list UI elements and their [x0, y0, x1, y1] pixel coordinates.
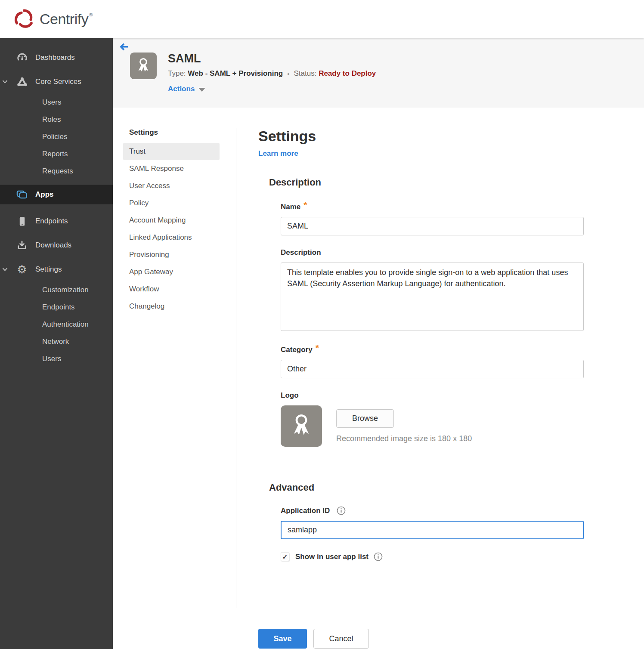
subnav-item-provisioning[interactable]: Provisioning [123, 246, 220, 263]
sidebar-item-endpoints[interactable]: Endpoints [0, 209, 113, 233]
gear-icon: ⚙ [15, 264, 28, 275]
sidebar-item-label: Settings [35, 265, 62, 274]
logo-label: Logo [281, 391, 299, 399]
chevron-expanded-icon[interactable] [2, 80, 8, 84]
learn-more-link[interactable]: Learn more [258, 149, 298, 158]
application-id-label: Application ID [281, 507, 330, 515]
subnav-item-linked-applications[interactable]: Linked Applications [123, 229, 220, 246]
subnav-item-account-mapping[interactable]: Account Mapping [123, 212, 220, 229]
centrify-swirl-icon [13, 8, 35, 30]
actions-label: Actions [168, 85, 195, 93]
name-input[interactable] [281, 217, 584, 235]
name-label: Name [281, 203, 300, 211]
sidebar-item-endpoints-settings[interactable]: Endpoints [0, 299, 113, 316]
sidebar: Dashboards Core Services Users Roles Pol… [0, 38, 113, 649]
sidebar-item-users-settings[interactable]: Users [0, 350, 113, 368]
sidebar-item-network[interactable]: Network [0, 333, 113, 350]
sidebar-item-requests[interactable]: Requests [0, 163, 113, 180]
subnav-item-workflow[interactable]: Workflow [123, 281, 220, 298]
sidebar-item-customization[interactable]: Customization [0, 281, 113, 299]
status-label: Status: [294, 69, 316, 78]
subnav-header: Settings [123, 128, 236, 137]
sidebar-item-users[interactable]: Users [0, 94, 113, 111]
sidebar-item-apps[interactable]: Apps [0, 185, 113, 204]
status-badge: Ready to Deploy [319, 69, 376, 78]
sidebar-item-core-services[interactable]: Core Services [0, 70, 113, 94]
show-in-app-list-label: Show in user app list [295, 553, 368, 561]
sidebar-item-dashboards[interactable]: Dashboards [0, 46, 113, 70]
category-field-group: Category* [281, 344, 584, 378]
top-bar: Centrify ® [0, 0, 644, 38]
gauge-icon [15, 52, 28, 64]
apps-icon [15, 189, 28, 201]
form-footer: Save Cancel [258, 629, 584, 649]
type-value: Web - SAML + Provisioning [188, 69, 283, 78]
logo-preview [281, 405, 322, 447]
description-label: Description [281, 248, 321, 257]
required-asterisk: * [303, 200, 307, 210]
back-arrow-icon[interactable] [119, 42, 129, 52]
sidebar-item-authentication[interactable]: Authentication [0, 316, 113, 333]
device-icon [15, 216, 28, 227]
caret-down-icon [198, 88, 205, 92]
app-logo-badge [130, 53, 157, 79]
main-area: SAML Type: Web - SAML + Provisioning • S… [113, 38, 644, 649]
browse-button[interactable]: Browse [336, 409, 394, 428]
name-field-group: Name* [281, 201, 584, 235]
description-textarea[interactable]: This template enables you to provide sin… [281, 263, 584, 331]
logo-field-group: Logo Browse Recomme [281, 391, 584, 447]
application-id-input[interactable] [281, 521, 584, 539]
required-asterisk: * [316, 343, 319, 352]
cancel-button[interactable]: Cancel [313, 629, 369, 649]
download-icon [15, 240, 28, 251]
subnav-item-changelog[interactable]: Changelog [123, 298, 220, 315]
subnav-item-policy[interactable]: Policy [123, 195, 220, 212]
subnav-item-app-gateway[interactable]: App Gateway [123, 263, 220, 281]
section-description: Description [269, 177, 584, 188]
sidebar-item-downloads[interactable]: Downloads [0, 233, 113, 257]
show-in-app-list-checkbox[interactable]: ✓ [281, 553, 289, 561]
chevron-expanded-icon[interactable] [2, 268, 8, 272]
info-icon[interactable] [374, 552, 383, 561]
category-label: Category [281, 346, 313, 354]
logo-size-hint: Recommended image size is 180 x 180 [336, 434, 472, 443]
category-input[interactable] [281, 360, 584, 378]
sidebar-item-reports[interactable]: Reports [0, 145, 113, 163]
app-meta: Type: Web - SAML + Provisioning • Status… [168, 69, 376, 78]
settings-subnav: Settings Trust SAML Response User Access… [113, 128, 236, 608]
application-id-field-group: Application ID [281, 506, 584, 539]
info-icon[interactable] [337, 506, 346, 515]
meta-separator: • [287, 70, 289, 77]
sidebar-item-label: Apps [35, 190, 54, 199]
sidebar-item-policies[interactable]: Policies [0, 128, 113, 145]
sidebar-item-label: Downloads [35, 241, 71, 250]
brand-name: Centrify [40, 8, 88, 30]
type-label: Type: [168, 69, 186, 78]
settings-form: Settings Learn more Description Name* De… [258, 128, 584, 649]
section-advanced: Advanced [269, 482, 584, 493]
description-field-group: Description This template enables you to… [281, 248, 584, 331]
sidebar-item-label: Core Services [35, 77, 81, 86]
page-title: Settings [258, 128, 584, 144]
ribbon-icon [134, 56, 153, 75]
ribbon-icon [287, 412, 316, 440]
registered-mark: ® [89, 12, 93, 17]
show-in-app-list-group: ✓ Show in user app list [281, 552, 584, 561]
core-services-icon [15, 76, 28, 88]
actions-dropdown[interactable]: Actions [168, 85, 376, 93]
sidebar-item-label: Dashboards [35, 53, 75, 62]
subnav-item-trust[interactable]: Trust [123, 143, 220, 160]
save-button[interactable]: Save [258, 629, 307, 649]
app-header: SAML Type: Web - SAML + Provisioning • S… [113, 38, 644, 108]
sidebar-item-roles[interactable]: Roles [0, 111, 113, 128]
subnav-item-saml-response[interactable]: SAML Response [123, 160, 220, 177]
sidebar-item-label: Endpoints [35, 217, 68, 226]
sidebar-item-settings[interactable]: ⚙ Settings [0, 257, 113, 281]
app-title: SAML [168, 52, 376, 65]
centrify-logo: Centrify ® [13, 8, 93, 30]
subnav-item-user-access[interactable]: User Access [123, 177, 220, 195]
